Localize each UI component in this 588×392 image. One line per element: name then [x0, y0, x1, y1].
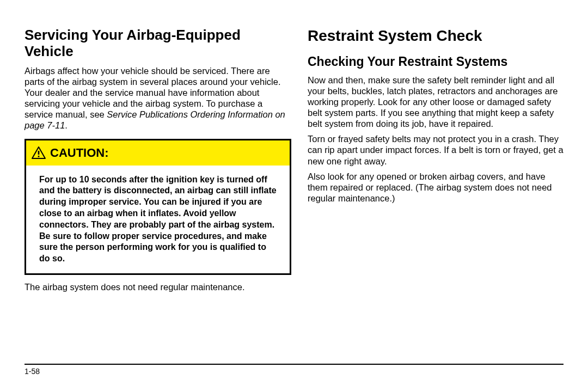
page-number: 1-58	[24, 367, 564, 376]
footer-rule	[24, 364, 564, 365]
warning-triangle-icon	[32, 146, 46, 159]
left-heading: Servicing Your Airbag-Equipped Vehicle	[24, 27, 291, 60]
caution-header: CAUTION:	[26, 140, 290, 166]
svg-rect-0	[38, 151, 40, 155]
caution-text: For up to 10 seconds after the ignition …	[39, 174, 278, 265]
left-column: Servicing Your Airbag-Equipped Vehicle A…	[24, 27, 291, 348]
caution-body: For up to 10 seconds after the ignition …	[26, 166, 290, 273]
page-content: Servicing Your Airbag-Equipped Vehicle A…	[24, 27, 564, 348]
left-paragraph-1: Airbags affect how your vehicle should b…	[24, 65, 291, 131]
right-para-3: Also look for any opened or broken airba…	[308, 171, 564, 204]
after-caution-text: The airbag system does not need regular …	[24, 281, 291, 292]
caution-label: CAUTION:	[50, 146, 109, 160]
section-title: Restraint System Check	[308, 27, 564, 45]
right-para-2: Torn or frayed safety belts may not prot…	[308, 133, 564, 166]
svg-rect-1	[38, 156, 40, 157]
right-subheading: Checking Your Restraint Systems	[308, 54, 564, 69]
right-column: Restraint System Check Checking Your Res…	[308, 27, 564, 348]
page-footer: 1-58	[24, 364, 564, 376]
caution-box: CAUTION: For up to 10 seconds after the …	[24, 139, 291, 275]
right-para-1: Now and then, make sure the safety belt …	[308, 75, 564, 130]
para1-part-c: .	[65, 120, 68, 130]
